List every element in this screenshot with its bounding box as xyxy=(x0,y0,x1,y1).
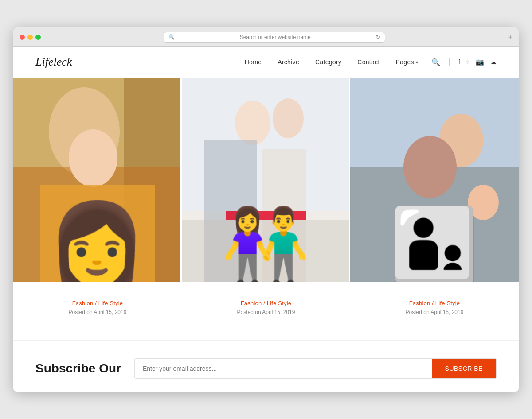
subscribe-title: Subscribe Our xyxy=(35,361,121,376)
refresh-icon[interactable]: ↻ xyxy=(376,34,380,40)
svg-rect-13 xyxy=(182,220,349,282)
nav-home[interactable]: Home xyxy=(245,58,262,66)
nav-divider xyxy=(449,58,450,66)
post-1-date: Posted on April 15, 2019 xyxy=(27,309,168,315)
twitter-icon[interactable]: 𝕥 xyxy=(466,58,469,66)
post-image-3 xyxy=(350,78,519,282)
svg-point-5 xyxy=(69,129,117,187)
skype-icon[interactable]: ☁ xyxy=(490,58,497,66)
image-col-2[interactable] xyxy=(182,78,350,282)
website-content: Lifeleck Home Archive Category Contact P… xyxy=(13,47,519,392)
image-grid xyxy=(13,78,519,282)
svg-point-10 xyxy=(273,98,304,138)
post-meta-3: Fashion / Life Style Posted on April 15,… xyxy=(350,293,519,322)
chevron-down-icon: ▾ xyxy=(416,60,418,65)
facebook-icon[interactable]: f xyxy=(458,58,460,66)
new-tab-button[interactable]: + xyxy=(508,33,512,41)
nav-contact[interactable]: Contact xyxy=(357,58,379,66)
image-col-3[interactable] xyxy=(350,78,519,282)
nav-icons: 🔍 f 𝕥 📷 ☁ xyxy=(431,58,497,66)
minimize-button[interactable] xyxy=(27,35,33,40)
browser-chrome: 🔍 Search or enter website name ↻ + xyxy=(13,27,519,47)
nav-category[interactable]: Category xyxy=(315,58,341,66)
post-image-1 xyxy=(13,78,180,282)
svg-point-9 xyxy=(235,101,270,145)
post-2-category[interactable]: Fashion / Life Style xyxy=(195,300,337,306)
close-button[interactable] xyxy=(20,35,25,40)
svg-rect-6 xyxy=(40,185,155,282)
search-nav-icon[interactable]: 🔍 xyxy=(431,58,440,66)
subscribe-email-input[interactable] xyxy=(135,359,432,378)
instagram-icon[interactable]: 📷 xyxy=(476,58,484,66)
nav-links: Home Archive Category Contact Pages ▾ xyxy=(245,58,418,66)
svg-point-21 xyxy=(468,185,499,220)
post-meta-1: Fashion / Life Style Posted on April 15,… xyxy=(13,293,182,322)
nav-archive[interactable]: Archive xyxy=(278,58,299,66)
post-1-category[interactable]: Fashion / Life Style xyxy=(27,300,168,306)
svg-point-19 xyxy=(403,136,457,198)
traffic-lights xyxy=(20,35,41,40)
subscribe-form: SUBSCRIBE xyxy=(134,358,497,379)
navigation: Lifeleck Home Archive Category Contact P… xyxy=(13,47,519,78)
posts-row: Fashion / Life Style Posted on April 15,… xyxy=(13,282,519,340)
subscribe-section: Subscribe Our SUBSCRIBE xyxy=(13,340,519,392)
post-2-date: Posted on April 15, 2019 xyxy=(195,309,337,315)
image-col-1[interactable] xyxy=(13,78,182,282)
maximize-button[interactable] xyxy=(35,35,41,40)
search-icon: 🔍 xyxy=(168,34,175,40)
address-bar[interactable]: 🔍 Search or enter website name ↻ xyxy=(164,32,385,43)
address-bar-text: Search or enter website name xyxy=(177,34,373,40)
subscribe-button[interactable]: SUBSCRIBE xyxy=(432,359,496,378)
post-3-date: Posted on April 15, 2019 xyxy=(364,309,505,315)
svg-rect-14 xyxy=(226,211,306,220)
svg-rect-20 xyxy=(395,211,474,282)
post-meta-2: Fashion / Life Style Posted on April 15,… xyxy=(182,293,350,322)
browser-window: 🔍 Search or enter website name ↻ + Lifel… xyxy=(13,27,519,392)
nav-pages[interactable]: Pages ▾ xyxy=(396,58,419,66)
post-image-2 xyxy=(182,78,349,282)
svg-rect-12 xyxy=(262,149,306,282)
post-3-category[interactable]: Fashion / Life Style xyxy=(364,300,505,306)
site-logo[interactable]: Lifeleck xyxy=(35,55,72,69)
